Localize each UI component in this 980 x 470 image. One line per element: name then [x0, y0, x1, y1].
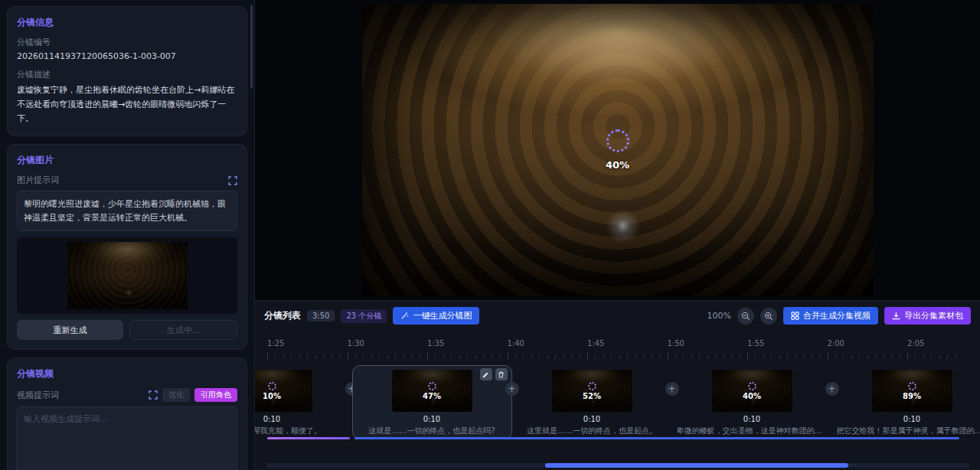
clip-loading-overlay: 47%	[392, 370, 472, 412]
clip-duration: 0:10	[743, 415, 760, 423]
shot-image-panel: 分镜图片 图片提示词 黎明的曙光照进废墟，少年星尘抱着沉睡的机械猫，眼神温柔且坚…	[7, 144, 247, 350]
cite-role-button[interactable]: 引用角色	[194, 388, 237, 402]
timeline-scrollbar-thumb[interactable]	[545, 463, 848, 468]
clip-loading-overlay: 40%	[712, 370, 792, 412]
loading-spinner-icon	[606, 129, 629, 152]
shot-desc-label: 分镜描述	[17, 69, 237, 80]
merge-video-label: 合并生成分集视频	[803, 310, 871, 321]
clip-caption: 想活命就帮我充能，顺便了。	[255, 426, 322, 436]
ruler-label: 1:55	[747, 339, 764, 348]
clip-actions	[480, 368, 508, 380]
clip-thumbnail[interactable]: 47%	[392, 370, 472, 412]
clip-loading-overlay: 89%	[872, 370, 952, 412]
ruler-label: 2:00	[828, 339, 844, 348]
clip-duration: 0:10	[903, 415, 920, 423]
timeline-clip[interactable]: 40% 0:10 卑微的蝼蚁，交出圣物，这是神对教团的恩赐！	[672, 365, 832, 439]
clip-thumbnail[interactable]: 10%	[255, 370, 312, 412]
ruler-label: 1:40	[508, 339, 524, 348]
timeline-clip[interactable]: 47% 0:10 这就是……一切的终点，也是起点吗?	[352, 365, 512, 439]
preview-loading-overlay: 40%	[362, 4, 874, 296]
ruler-label: 1:25	[267, 339, 284, 348]
expand-icon[interactable]	[149, 390, 158, 400]
generate-all-label: 一键生成分镜图	[413, 310, 472, 321]
preview-image: 40%	[362, 4, 874, 296]
shot-number-label: 分镜编号	[17, 37, 237, 48]
timeline-ruler[interactable]: 1:251:301:351:401:451:501:552:002:05	[255, 339, 980, 359]
sidebar: 分镜信息 分镜编号 202601141937120065036-1-003-00…	[0, 0, 254, 470]
shot-video-title: 分镜视频	[17, 367, 237, 380]
zoom-level: 100%	[707, 311, 731, 321]
ruler-label: 2:05	[907, 339, 924, 348]
clip-progress: 52%	[583, 392, 601, 400]
timeline-clips: 10% 0:10 想活命就帮我充能，顺便了。 +	[255, 365, 980, 445]
clip-thumbnail[interactable]: 89%	[872, 370, 952, 412]
clip-loading-spinner	[748, 382, 756, 390]
clip-loading-overlay: 10%	[255, 370, 312, 412]
clip-progress: 40%	[743, 392, 761, 400]
ruler-label: 1:30	[348, 339, 364, 348]
timeline-clip[interactable]: 10% 0:10 想活命就帮我充能，顺便了。	[255, 365, 352, 439]
total-duration-badge: 3:50	[307, 310, 335, 321]
film-grid-icon	[791, 312, 799, 320]
optimize-button: 优化	[162, 388, 190, 402]
clip-loading-spinner	[588, 382, 596, 390]
ruler-label: 1:50	[668, 339, 684, 348]
clip-thumbnail[interactable]: 52%	[552, 370, 632, 412]
expand-icon[interactable]	[228, 176, 237, 185]
shot-number-value: 202601141937120065036-1-003-007	[17, 51, 237, 61]
clip-loading-spinner	[268, 382, 276, 390]
clip-loading-spinner	[428, 382, 436, 390]
merge-video-button[interactable]: 合并生成分集视频	[783, 307, 878, 325]
clip-progress: 10%	[263, 392, 281, 400]
timeline-clip[interactable]: 52% 0:10 这里就是……一切的终点，也是起点。	[512, 365, 672, 439]
clip-progress: 89%	[903, 392, 921, 400]
ruler-label: 1:45	[587, 339, 604, 348]
magic-wand-icon	[400, 312, 409, 320]
shot-video-panel: 分镜视频 视频提示词 优化 引用角色 时长 10秒 ▼ 生成中...	[7, 357, 247, 470]
clip-progress: 47%	[423, 392, 441, 400]
shot-desc-value: 废墟恢复宁静，星尘抱着休眠的齿轮坐在台阶上→莉娜站在不远处看向穹顶透进的晨曦→齿…	[17, 83, 237, 126]
clip-duration: 0:10	[423, 415, 440, 423]
clip-status-line	[267, 437, 350, 439]
video-prompt-label: 视频提示词	[17, 390, 59, 401]
main-area: 40% 分镜列表 3:50 23 个分镜 一键生成分镜图 100%	[254, 0, 980, 470]
shot-info-panel: 分镜信息 分镜编号 202601141937120065036-1-003-00…	[7, 6, 247, 136]
shot-count-badge: 23 个分镜	[341, 309, 387, 323]
clip-caption: 这里就是……一切的终点，也是起点。	[527, 426, 657, 436]
sidebar-scrollbar[interactable]	[250, 5, 253, 89]
ruler-label: 1:35	[427, 339, 444, 348]
delete-clip-button[interactable]	[495, 368, 508, 380]
timeline-panel: 分镜列表 3:50 23 个分镜 一键生成分镜图 100%	[255, 300, 980, 470]
video-prompt-input[interactable]	[17, 406, 237, 470]
export-package-button[interactable]: 导出分集素材包	[884, 307, 971, 325]
preview-progress: 40%	[606, 159, 629, 171]
timeline-header: 分镜列表 3:50 23 个分镜 一键生成分镜图 100%	[255, 301, 980, 331]
zoom-in-button[interactable]	[760, 308, 777, 325]
clip-caption: 卑微的蝼蚁，交出圣物，这是神对教团的恩赐！	[677, 426, 828, 436]
export-package-label: 导出分集素材包	[904, 310, 963, 321]
shot-info-title: 分镜信息	[17, 16, 237, 29]
image-prompt-input[interactable]: 黎明的曙光照进废墟，少年星尘抱着沉睡的机械猫，眼神温柔且坚定，背景是运转正常的巨…	[17, 191, 237, 231]
clip-caption: 把它交给我！那是属于神灵，属于教团的圣物！	[837, 426, 980, 436]
regenerate-button[interactable]: 重新生成	[17, 320, 123, 340]
clip-status-line	[354, 437, 959, 439]
image-prompt-label: 图片提示词	[17, 175, 59, 186]
clip-loading-overlay: 52%	[552, 370, 632, 412]
download-icon	[892, 312, 900, 320]
clip-loading-spinner	[908, 382, 916, 390]
preview-area: 40%	[255, 0, 980, 300]
image-thumbnail-wrap	[17, 237, 237, 314]
image-generating-button: 生成中...	[129, 320, 237, 340]
timeline-scrollbar-track[interactable]	[266, 463, 969, 468]
zoom-out-button[interactable]	[737, 308, 754, 325]
generate-all-shots-button[interactable]: 一键生成分镜图	[393, 307, 479, 325]
shot-image-title: 分镜图片	[17, 154, 237, 167]
edit-clip-button[interactable]	[480, 368, 492, 380]
shot-image-thumbnail[interactable]	[67, 242, 188, 309]
timeline-clip[interactable]: 89% 0:10 把它交给我！那是属于神灵，属于教团的圣物！	[832, 365, 980, 439]
clip-thumbnail[interactable]: 40%	[712, 370, 792, 412]
clip-duration: 0:10	[263, 415, 280, 423]
timeline-title: 分镜列表	[264, 309, 301, 322]
clip-caption: 这就是……一切的终点，也是起点吗?	[368, 426, 495, 436]
clip-duration: 0:10	[583, 415, 600, 423]
